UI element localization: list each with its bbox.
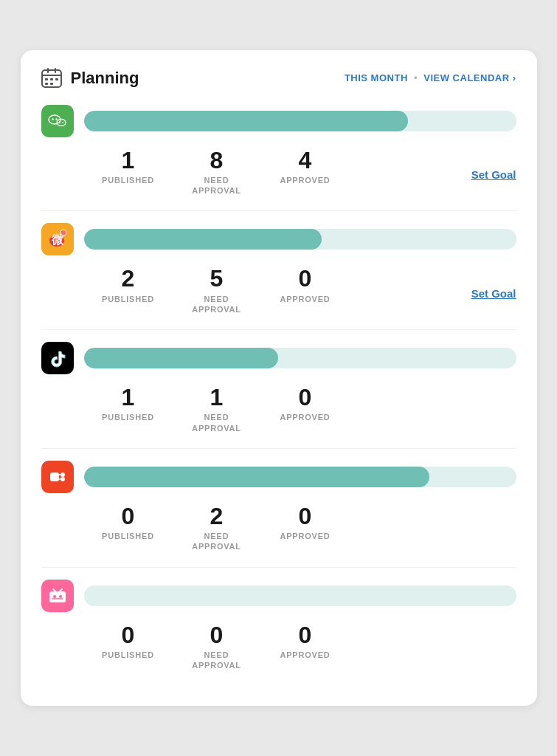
svg-point-11 <box>55 118 57 120</box>
svg-point-28 <box>53 595 56 598</box>
platform-section-tiktok: 1 PUBLISHED 1 NEEDAPPROVAL 0 APPROVED <box>41 329 516 433</box>
progress-bar-fill-tiktok <box>84 348 279 368</box>
need-approval-label: NEEDAPPROVAL <box>173 412 261 433</box>
platform-row-weibo: 微 <box>41 223 516 255</box>
page-title: Planning <box>71 69 139 88</box>
need-approval-number-wechat: 8 <box>173 148 261 173</box>
stat-need-approval-wechat: 8 NEEDAPPROVAL <box>173 148 261 196</box>
svg-point-19 <box>60 230 66 236</box>
platform-section-wechat: 1 PUBLISHED 8 NEEDAPPROVAL 4 APPROVED Se… <box>41 105 516 196</box>
platform-row-tiktok <box>41 342 516 374</box>
need-approval-label: NEEDAPPROVAL <box>173 531 261 552</box>
set-goal-link-weibo[interactable]: Set Goal <box>471 281 516 300</box>
svg-rect-20 <box>50 472 59 481</box>
published-number-weibo: 2 <box>84 266 173 292</box>
svg-point-10 <box>52 118 53 120</box>
need-approval-label: NEEDAPPROVAL <box>173 650 261 671</box>
period-label: THIS MONTH <box>345 72 408 83</box>
set-goal-link-wechat[interactable]: Set Goal <box>471 162 516 181</box>
stat-approved-weibo: 0 APPROVED <box>261 266 350 303</box>
weibo-icon: 微 <box>41 223 74 255</box>
svg-point-29 <box>59 595 62 598</box>
need-approval-label: NEEDAPPROVAL <box>173 294 261 315</box>
progress-bar-fill-weibo <box>84 229 322 250</box>
published-label: PUBLISHED <box>84 175 173 185</box>
svg-rect-6 <box>55 78 58 80</box>
stats-row-kuaishou: 0 PUBLISHED 2 NEEDAPPROVAL 0 APPROVED <box>41 504 516 552</box>
published-label: PUBLISHED <box>84 294 173 304</box>
stat-published-kuaishou: 0 PUBLISHED <box>84 504 173 541</box>
approved-number-wechat: 4 <box>261 148 350 173</box>
stats-row-bilibili: 0 PUBLISHED 0 NEEDAPPROVAL 0 APPROVED <box>41 622 516 671</box>
progress-bar-container-bilibili <box>84 585 516 606</box>
stat-approved-tiktok: 0 APPROVED <box>261 385 350 422</box>
kuaishou-icon <box>41 461 74 493</box>
published-label: PUBLISHED <box>84 650 173 660</box>
published-label: PUBLISHED <box>84 531 173 541</box>
stat-need-approval-kuaishou: 2 NEEDAPPROVAL <box>173 504 261 552</box>
stats-row-wechat: 1 PUBLISHED 8 NEEDAPPROVAL 4 APPROVED Se… <box>41 148 516 196</box>
progress-bar-container-tiktok <box>84 348 516 368</box>
need-approval-number-bilibili: 0 <box>173 622 261 648</box>
svg-line-27 <box>60 589 62 591</box>
need-approval-label: NEEDAPPROVAL <box>173 175 261 196</box>
svg-rect-25 <box>49 591 66 602</box>
progress-bar-container-weibo <box>84 229 516 250</box>
svg-rect-7 <box>45 83 48 85</box>
svg-rect-4 <box>45 78 48 80</box>
published-number-wechat: 1 <box>84 148 173 173</box>
platform-row-kuaishou <box>41 461 516 493</box>
approved-number-weibo: 0 <box>261 266 350 292</box>
stat-published-tiktok: 1 PUBLISHED <box>84 385 173 422</box>
stat-published-wechat: 1 PUBLISHED <box>84 148 173 185</box>
stat-need-approval-tiktok: 1 NEEDAPPROVAL <box>173 385 261 433</box>
stat-approved-kuaishou: 0 APPROVED <box>261 504 350 541</box>
stat-need-approval-weibo: 5 NEEDAPPROVAL <box>173 266 261 315</box>
platform-section-bilibili: 0 PUBLISHED 0 NEEDAPPROVAL 0 APPROVED <box>41 567 516 671</box>
approved-label: APPROVED <box>261 412 350 422</box>
divider <box>41 448 516 449</box>
stat-approved-wechat: 4 APPROVED <box>261 148 350 185</box>
wechat-icon <box>41 105 74 137</box>
divider <box>41 567 516 568</box>
stat-published-bilibili: 0 PUBLISHED <box>84 622 173 660</box>
approved-number-tiktok: 0 <box>261 385 350 410</box>
progress-bar-container-kuaishou <box>84 467 516 487</box>
approved-number-kuaishou: 0 <box>261 504 350 529</box>
svg-point-14 <box>62 121 63 123</box>
stats-row-weibo: 2 PUBLISHED 5 NEEDAPPROVAL 0 APPROVED Se… <box>41 266 516 315</box>
need-approval-number-weibo: 5 <box>173 266 261 292</box>
view-calendar-link[interactable]: VIEW CALENDAR › <box>423 72 516 83</box>
planning-card: Planning THIS MONTH • VIEW CALENDAR › <box>21 50 537 707</box>
divider <box>41 329 516 330</box>
published-number-kuaishou: 0 <box>84 504 173 529</box>
progress-bar-fill-kuaishou <box>84 467 430 487</box>
header-period-view: THIS MONTH • VIEW CALENDAR › <box>345 72 516 83</box>
card-header: Planning THIS MONTH • VIEW CALENDAR › <box>41 68 516 89</box>
platform-row-bilibili <box>41 580 516 612</box>
approved-label: APPROVED <box>261 650 350 660</box>
approved-label: APPROVED <box>261 294 350 304</box>
stat-published-weibo: 2 PUBLISHED <box>84 266 173 303</box>
stats-row-tiktok: 1 PUBLISHED 1 NEEDAPPROVAL 0 APPROVED <box>41 385 516 433</box>
svg-point-22 <box>60 477 65 481</box>
tiktok-icon <box>41 342 74 374</box>
published-number-tiktok: 1 <box>84 385 173 410</box>
progress-bar-container-wechat <box>84 111 516 131</box>
svg-point-21 <box>60 472 65 477</box>
bilibili-icon <box>41 580 74 612</box>
svg-rect-5 <box>50 78 53 80</box>
approved-label: APPROVED <box>261 175 350 185</box>
platforms-container: 1 PUBLISHED 8 NEEDAPPROVAL 4 APPROVED Se… <box>41 105 516 671</box>
divider <box>41 210 516 211</box>
header-left: Planning <box>41 68 139 89</box>
platform-section-kuaishou: 0 PUBLISHED 2 NEEDAPPROVAL 0 APPROVED <box>41 448 516 552</box>
progress-bar-fill-wechat <box>84 111 409 131</box>
platform-section-weibo: 微 2 PUBLISHED 5 NEEDAPPROVAL 0 APPROVED … <box>41 210 516 315</box>
approved-label: APPROVED <box>261 531 350 541</box>
svg-rect-8 <box>50 83 53 85</box>
svg-line-26 <box>53 589 55 591</box>
need-approval-number-tiktok: 1 <box>173 385 261 410</box>
platform-row-wechat <box>41 105 516 137</box>
approved-number-bilibili: 0 <box>261 622 350 648</box>
